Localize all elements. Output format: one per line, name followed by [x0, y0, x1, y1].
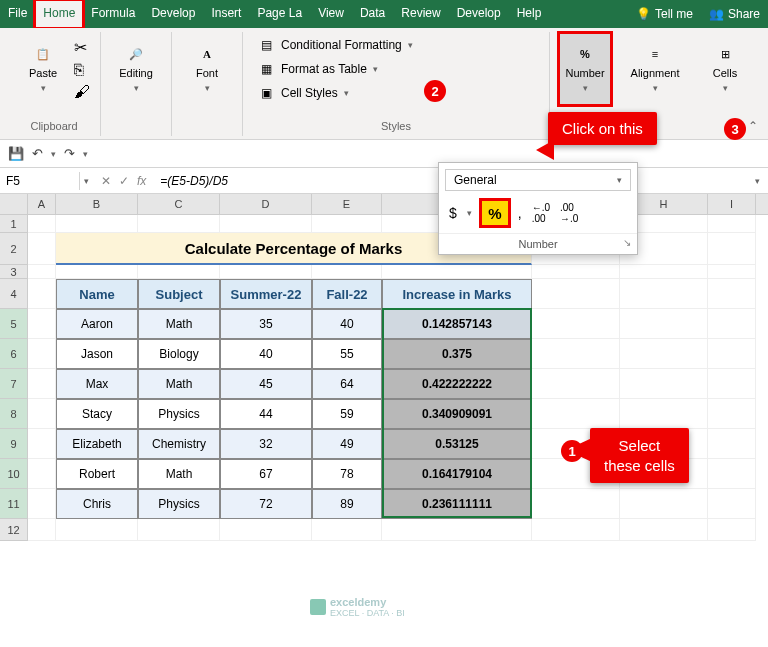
tab-file[interactable]: File: [0, 0, 35, 28]
row-header-6[interactable]: 6: [0, 339, 28, 369]
tab-view[interactable]: View: [310, 0, 352, 28]
table-cell[interactable]: 55: [312, 339, 382, 369]
tellme-button[interactable]: 💡Tell me: [628, 0, 701, 28]
row-header-12[interactable]: 12: [0, 519, 28, 541]
table-cell[interactable]: Elizabeth: [56, 429, 138, 459]
table-cell[interactable]: Aaron: [56, 309, 138, 339]
col-header-D[interactable]: D: [220, 194, 312, 214]
decrease-decimal-button[interactable]: .00→.0: [560, 202, 578, 224]
header-name[interactable]: Name: [56, 279, 138, 309]
table-cell[interactable]: 78: [312, 459, 382, 489]
accounting-format-button[interactable]: $: [449, 205, 457, 221]
table-cell[interactable]: 67: [220, 459, 312, 489]
conditional-formatting-button[interactable]: ▤Conditional Formatting ▾: [253, 34, 417, 56]
comma-style-button[interactable]: ,: [518, 205, 522, 221]
tab-insert[interactable]: Insert: [203, 0, 249, 28]
name-box[interactable]: F5: [0, 172, 80, 190]
dialog-launcher-icon[interactable]: ↘: [623, 237, 631, 248]
row-header-9[interactable]: 9: [0, 429, 28, 459]
tab-data[interactable]: Data: [352, 0, 393, 28]
selected-cell[interactable]: 0.422222222: [382, 369, 532, 399]
table-cell[interactable]: 45: [220, 369, 312, 399]
select-all-corner[interactable]: [0, 194, 28, 214]
table-cell[interactable]: 40: [220, 339, 312, 369]
table-cell[interactable]: Max: [56, 369, 138, 399]
row-header-1[interactable]: 1: [0, 215, 28, 233]
cut-icon[interactable]: ✂: [74, 38, 90, 57]
copy-icon[interactable]: ⎘: [74, 61, 90, 79]
header-subject[interactable]: Subject: [138, 279, 220, 309]
row-header-4[interactable]: 4: [0, 279, 28, 309]
row-header-7[interactable]: 7: [0, 369, 28, 399]
tab-pagela[interactable]: Page La: [249, 0, 310, 28]
table-cell[interactable]: 59: [312, 399, 382, 429]
alignment-button[interactable]: ≡ Alignment ▾: [630, 34, 680, 104]
selected-cell[interactable]: 0.164179104: [382, 459, 532, 489]
tab-develop[interactable]: Develop: [449, 0, 509, 28]
format-as-table-button[interactable]: ▦Format as Table ▾: [253, 58, 417, 80]
header-fall-22[interactable]: Fall-22: [312, 279, 382, 309]
chevron-down-icon[interactable]: ▾: [83, 149, 88, 159]
col-header-C[interactable]: C: [138, 194, 220, 214]
chevron-down-icon[interactable]: ▾: [80, 176, 93, 186]
table-cell[interactable]: 64: [312, 369, 382, 399]
header-increase-in-marks[interactable]: Increase in Marks: [382, 279, 532, 309]
collapse-ribbon-icon[interactable]: ⌃: [748, 119, 758, 133]
cells-button[interactable]: ⊞ Cells ▾: [700, 34, 750, 104]
col-header-I[interactable]: I: [708, 194, 756, 214]
chevron-down-icon[interactable]: ▾: [51, 149, 56, 159]
paste-button[interactable]: 📋 Paste ▾: [18, 34, 68, 104]
row-header-11[interactable]: 11: [0, 489, 28, 519]
table-cell[interactable]: Robert: [56, 459, 138, 489]
tab-review[interactable]: Review: [393, 0, 448, 28]
chevron-down-icon[interactable]: ▾: [467, 208, 472, 218]
table-cell[interactable]: 89: [312, 489, 382, 519]
tab-develop[interactable]: Develop: [143, 0, 203, 28]
cell-styles-button[interactable]: ▣Cell Styles ▾: [253, 82, 417, 104]
redo-icon[interactable]: ↷: [64, 146, 75, 161]
font-button[interactable]: A Font ▾: [182, 34, 232, 104]
row-header-5[interactable]: 5: [0, 309, 28, 339]
share-button[interactable]: 👥Share: [701, 0, 768, 28]
expand-formula-icon[interactable]: ▾: [747, 176, 768, 186]
header-summer-22[interactable]: Summer-22: [220, 279, 312, 309]
table-cell[interactable]: Chris: [56, 489, 138, 519]
col-header-B[interactable]: B: [56, 194, 138, 214]
save-icon[interactable]: 💾: [8, 146, 24, 161]
tab-formula[interactable]: Formula: [83, 0, 143, 28]
row-header-8[interactable]: 8: [0, 399, 28, 429]
col-header-E[interactable]: E: [312, 194, 382, 214]
tab-help[interactable]: Help: [509, 0, 550, 28]
table-cell[interactable]: Physics: [138, 489, 220, 519]
editing-button[interactable]: 🔎 Editing ▾: [111, 34, 161, 104]
table-cell[interactable]: 49: [312, 429, 382, 459]
row-header-10[interactable]: 10: [0, 459, 28, 489]
table-cell[interactable]: Jason: [56, 339, 138, 369]
selected-cell[interactable]: 0.53125: [382, 429, 532, 459]
enter-icon[interactable]: ✓: [119, 174, 129, 188]
table-cell[interactable]: Math: [138, 309, 220, 339]
selected-cell[interactable]: 0.236111111: [382, 489, 532, 519]
table-cell[interactable]: Chemistry: [138, 429, 220, 459]
table-cell[interactable]: 40: [312, 309, 382, 339]
table-cell[interactable]: Stacy: [56, 399, 138, 429]
selected-cell[interactable]: 0.340909091: [382, 399, 532, 429]
table-cell[interactable]: 32: [220, 429, 312, 459]
row-header-3[interactable]: 3: [0, 265, 28, 279]
increase-decimal-button[interactable]: ←.0.00: [532, 202, 550, 224]
table-cell[interactable]: Physics: [138, 399, 220, 429]
format-painter-icon[interactable]: 🖌: [74, 83, 90, 101]
col-header-A[interactable]: A: [28, 194, 56, 214]
table-cell[interactable]: 72: [220, 489, 312, 519]
number-format-select[interactable]: General ▾: [445, 169, 631, 191]
table-cell[interactable]: Biology: [138, 339, 220, 369]
table-cell[interactable]: 35: [220, 309, 312, 339]
table-cell[interactable]: Math: [138, 369, 220, 399]
table-cell[interactable]: Math: [138, 459, 220, 489]
selected-cell[interactable]: 0.142857143: [382, 309, 532, 339]
cancel-icon[interactable]: ✕: [101, 174, 111, 188]
row-header-2[interactable]: 2: [0, 233, 28, 265]
undo-icon[interactable]: ↶: [32, 146, 43, 161]
table-cell[interactable]: 44: [220, 399, 312, 429]
tab-home[interactable]: Home: [35, 0, 83, 28]
